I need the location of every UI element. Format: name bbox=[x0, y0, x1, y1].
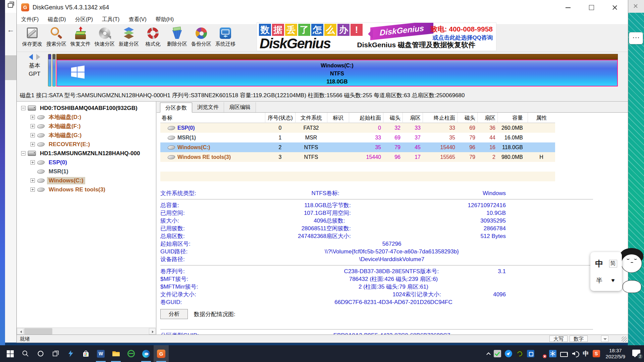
edge-button[interactable] bbox=[139, 345, 154, 362]
tree-item-msr[interactable]: MSR(1) bbox=[17, 167, 156, 176]
start-button[interactable] bbox=[3, 345, 18, 362]
tree-item-hd1[interactable]: HD1:SAMSUNGMZNLN128HAHQ-000 bbox=[17, 149, 156, 158]
menu-tools[interactable]: 工具(T) bbox=[102, 16, 119, 23]
diskgenius-window: G DiskGenius V5.4.3.1342 x64 文件(F) 磁盘(D)… bbox=[17, 0, 628, 343]
scrollbar-thumb[interactable] bbox=[24, 328, 52, 335]
file-explorer-button[interactable] bbox=[108, 345, 123, 362]
tab-sector-edit[interactable]: 扇区编辑 bbox=[224, 102, 256, 112]
tray-antivirus-icon[interactable] bbox=[494, 350, 501, 357]
ie-browser-button[interactable] bbox=[123, 345, 139, 362]
new-partition-button[interactable]: 新建分区 bbox=[117, 24, 141, 51]
scroll-left-icon[interactable] bbox=[17, 328, 23, 335]
system-migration-button[interactable]: 系统迁移 bbox=[213, 24, 237, 51]
tray-snowflake-icon[interactable] bbox=[549, 350, 556, 357]
background-window-content bbox=[5, 55, 17, 80]
scroll-right-icon[interactable] bbox=[149, 328, 156, 335]
ime-simplified-mode[interactable]: 简 bbox=[609, 260, 617, 267]
banner-tile: 据 bbox=[272, 24, 284, 36]
ime-halfwidth-mode[interactable]: 半 bbox=[596, 276, 602, 285]
ime-chinese-mode[interactable]: 中 bbox=[595, 258, 603, 269]
tray-sogou-icon[interactable]: S bbox=[593, 350, 600, 357]
save-changes-button[interactable]: 保存更改 bbox=[20, 24, 44, 51]
tray-power-icon[interactable] bbox=[560, 350, 568, 357]
back-arrow-icon[interactable]: ← bbox=[7, 25, 14, 34]
tree-horizontal-scrollbar[interactable] bbox=[17, 327, 156, 335]
banner-phone-number: 致电: 400-008-9958 bbox=[430, 24, 493, 34]
tree-item-recovery-e[interactable]: RECOVERY(E:) bbox=[17, 140, 156, 149]
tray-ime-language-indicator[interactable]: 中 bbox=[583, 350, 589, 358]
tab-browse-files[interactable]: 浏览文件 bbox=[192, 102, 224, 112]
msr-partition-bar[interactable] bbox=[52, 54, 56, 86]
bg-window-close-icon[interactable] bbox=[633, 4, 638, 8]
ime-status-widget[interactable]: 中 简 半 ♥ bbox=[590, 252, 622, 291]
prev-disk-arrow-icon[interactable] bbox=[29, 54, 33, 60]
analyze-button[interactable]: 分析 bbox=[160, 309, 188, 319]
table-row-windows-re[interactable]: Windows RE tools(3) 3 NTFS 15440 96 17 1… bbox=[160, 152, 555, 162]
expand-expander-icon[interactable] bbox=[31, 160, 35, 165]
taskbar-clock[interactable]: 18:37 2022/5/9 bbox=[606, 348, 625, 360]
resize-grip[interactable] bbox=[622, 337, 627, 342]
delete-partition-button[interactable]: 删除分区 bbox=[165, 24, 189, 51]
esp-partition-bar[interactable] bbox=[48, 54, 51, 86]
tree-item-hd0[interactable]: HD0:TOSHIBAMQ04ABF100(932GB) bbox=[17, 104, 156, 113]
selected-partition-box[interactable]: Windows(C:) NTFS 118.0GB bbox=[56, 60, 618, 86]
maximize-button[interactable] bbox=[584, 2, 599, 12]
tree-item-local-g[interactable]: 本地磁盘(G:) bbox=[17, 131, 156, 140]
expand-expander-icon[interactable] bbox=[31, 187, 35, 192]
action-center-button[interactable]: 2 bbox=[632, 350, 641, 358]
backup-partition-button[interactable]: 备份分区 bbox=[189, 24, 213, 51]
menu-help[interactable]: 帮助(H) bbox=[156, 16, 174, 23]
expand-expander-icon[interactable] bbox=[31, 142, 35, 146]
tab-partition-parameters[interactable]: 分区参数 bbox=[160, 103, 192, 113]
format-button[interactable]: 格式化 bbox=[141, 24, 165, 51]
ad-banner[interactable]: 数 据 丢 了 怎 么 办 ! DiskGenius DiskGenius 致电… bbox=[257, 22, 496, 51]
partition-icon bbox=[167, 136, 176, 140]
expand-expander-icon[interactable] bbox=[31, 178, 35, 183]
collapse-expander-icon[interactable] bbox=[21, 106, 25, 110]
tree-item-windows-c[interactable]: Windows(C:) bbox=[17, 176, 156, 185]
partition-icon bbox=[167, 155, 176, 159]
quick-partition-button[interactable]: 快速分区 bbox=[93, 24, 117, 51]
tray-volume-icon[interactable] bbox=[572, 350, 579, 357]
table-row-msr[interactable]: MSR(1) 1 MSR 33 69 37 35 79 44 16.0MB bbox=[160, 133, 555, 142]
menu-partition[interactable]: 分区(P) bbox=[75, 16, 93, 23]
recover-files-button[interactable]: 恢复文件 bbox=[68, 24, 93, 51]
restore-window-icon[interactable] bbox=[8, 3, 13, 8]
diskgenius-taskbar-button[interactable]: G bbox=[154, 345, 169, 362]
next-disk-arrow-icon[interactable] bbox=[36, 54, 40, 60]
scroll-down-icon[interactable] bbox=[601, 336, 608, 342]
task-view-button[interactable] bbox=[48, 345, 63, 362]
more-options-button[interactable]: ⋯ bbox=[629, 32, 643, 44]
table-row-esp[interactable]: ESP(0) 0 FAT32 0 32 33 33 69 36 260.0MB bbox=[160, 123, 555, 133]
pinned-app-lightning-button[interactable] bbox=[63, 345, 78, 362]
tree-item-local-d[interactable]: 本地磁盘(D:) bbox=[17, 113, 156, 122]
menu-view[interactable]: 查看(V) bbox=[128, 16, 146, 23]
tree-item-esp[interactable]: ESP(0) bbox=[17, 158, 156, 167]
minimize-button[interactable] bbox=[560, 2, 576, 12]
clock-time: 18:37 bbox=[606, 348, 625, 354]
expand-expander-icon[interactable] bbox=[31, 115, 35, 119]
tray-bird-app-icon[interactable] bbox=[505, 350, 512, 357]
cartoon-body bbox=[623, 280, 641, 293]
tree-item-local-f[interactable]: 本地磁盘(F:) bbox=[17, 122, 156, 131]
expand-expander-icon[interactable] bbox=[31, 124, 35, 128]
tree-item-windows-re[interactable]: Windows RE tools(3) bbox=[17, 185, 156, 194]
cartoon-sticker bbox=[619, 248, 644, 294]
menu-disk[interactable]: 磁盘(D) bbox=[48, 16, 66, 23]
microsoft-store-button[interactable] bbox=[78, 345, 93, 362]
search-partition-button[interactable]: 搜索分区 bbox=[44, 24, 68, 51]
ime-heart-icon[interactable]: ♥ bbox=[611, 277, 614, 284]
tray-intel-graphics-icon[interactable] bbox=[527, 350, 534, 357]
table-row-windows-selected[interactable]: Windows(C:) 2 NTFS 35 79 45 15440 96 16 … bbox=[160, 142, 555, 152]
windows-partition-bar[interactable]: Windows(C:) NTFS 118.0GB bbox=[56, 54, 618, 86]
collapse-expander-icon[interactable] bbox=[21, 151, 25, 156]
expand-expander-icon[interactable] bbox=[31, 133, 35, 137]
menu-file[interactable]: 文件(F) bbox=[21, 16, 39, 23]
tray-nvidia-icon[interactable] bbox=[516, 350, 523, 357]
tray-expand-chevron-icon[interactable] bbox=[486, 352, 491, 357]
word-button[interactable]: W bbox=[93, 345, 108, 362]
cortana-button[interactable] bbox=[33, 345, 48, 362]
close-button[interactable] bbox=[607, 2, 623, 12]
tray-defender-icon[interactable] bbox=[538, 350, 545, 357]
taskbar-search-button[interactable] bbox=[18, 345, 33, 362]
